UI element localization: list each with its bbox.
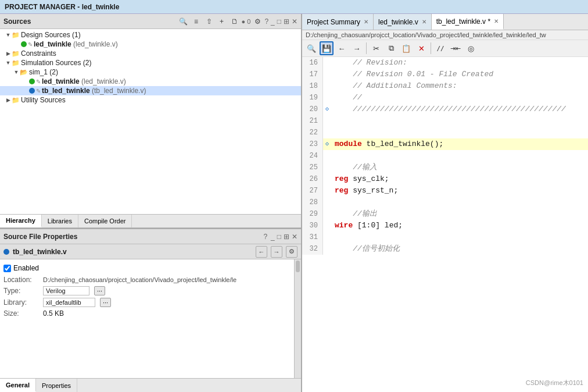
- ed-cut-btn[interactable]: ✂: [369, 41, 383, 55]
- code-line-17: 17 // Revision 0.01 - File Created: [302, 69, 588, 80]
- line-content-26: reg sys_clk;: [331, 173, 588, 185]
- sources-header: Sources 🔍 ≡ ⇧ + 🗋 ● 0 ⚙ ? _ □ ⊞ ✕: [0, 14, 301, 29]
- tree-utility-label: Utility Sources: [21, 96, 66, 104]
- tree-constraints-label: Constraints: [21, 49, 56, 58]
- code-line-16: 16 // Revision:: [302, 57, 588, 69]
- ed-forward-btn[interactable]: →: [350, 41, 364, 55]
- line-content-16: // Revision:: [331, 57, 588, 69]
- tree-utility-sources[interactable]: ▶ 📁 Utility Sources: [0, 95, 301, 105]
- ed-back-btn[interactable]: ←: [335, 41, 349, 55]
- line-content-17: // Revision 0.01 - File Created: [331, 69, 588, 80]
- properties-toolbar: ? _ □ ⊞ ✕: [263, 233, 297, 241]
- folder-sim1-icon: 📂: [20, 69, 28, 76]
- minimize-btn[interactable]: _: [271, 17, 275, 26]
- tab-ltv-label: led_twinkle.v: [378, 18, 418, 26]
- tab-general[interactable]: General: [0, 379, 36, 392]
- prop-minimize-btn[interactable]: _: [271, 233, 275, 241]
- add-source-btn[interactable]: +: [216, 16, 228, 27]
- line-num-18: 18: [302, 80, 323, 92]
- prop-restore-btn[interactable]: □: [277, 233, 281, 241]
- tree-constraints[interactable]: ▶ 📁 Constraints: [0, 49, 301, 58]
- tab-tb-led-twinkle-v[interactable]: tb_led_twinkle.v * ✕: [432, 14, 504, 30]
- prop-type-btn[interactable]: ···: [94, 286, 105, 295]
- tree-led-twinkle-sim[interactable]: ✎ led_twinkle (led_twinkle.v): [0, 77, 301, 86]
- prop-forward-btn[interactable]: →: [271, 246, 282, 258]
- tab-tb-close[interactable]: ✕: [494, 18, 499, 24]
- line-content-20: ////////////////////////////////////////…: [331, 104, 588, 115]
- prop-library-input[interactable]: [43, 298, 95, 307]
- ed-save-btn[interactable]: 💾: [320, 41, 334, 55]
- source-count: ● 0: [242, 18, 251, 25]
- line-content-28: [331, 197, 588, 208]
- prop-close-btn[interactable]: ✕: [292, 233, 297, 241]
- tab-ps-close[interactable]: ✕: [364, 19, 368, 25]
- code-line-27: 27 reg sys_rst_n;: [302, 185, 588, 197]
- prop-back-btn[interactable]: ←: [256, 246, 267, 258]
- prop-content: Enabled Location: D:/chenjing_chaosuan/p…: [0, 259, 294, 378]
- app-title: PROJECT MANAGER - led_twinkle: [5, 3, 119, 11]
- new-file-btn[interactable]: 🗋: [229, 16, 241, 27]
- tree-item-label-sim: led_twinkle: [42, 77, 80, 85]
- ed-comment-btn[interactable]: //: [433, 41, 447, 55]
- prop-settings-btn[interactable]: ⚙: [286, 246, 297, 258]
- status-circle-tb: [29, 88, 35, 94]
- ed-copy-btn[interactable]: ⧉: [384, 41, 398, 55]
- code-line-25: 25 //输入: [302, 162, 588, 173]
- line-marker-16: [323, 57, 331, 69]
- tree-design-sources[interactable]: ▼ 📁 Design Sources (1): [0, 30, 301, 40]
- restore-btn[interactable]: □: [277, 17, 281, 26]
- prop-help-btn[interactable]: ?: [263, 233, 267, 241]
- line-marker-25: [323, 162, 331, 173]
- line-num-25: 25: [302, 162, 323, 173]
- line-marker-29: [323, 208, 331, 220]
- sources-tree: ▼ 📁 Design Sources (1) ✎ led_twinkle (le…: [0, 29, 301, 214]
- tab-properties[interactable]: Properties: [36, 379, 77, 392]
- ed-sep1: [366, 42, 367, 54]
- ed-paste-btn[interactable]: 📋: [399, 41, 413, 55]
- properties-title: Source File Properties: [3, 233, 77, 241]
- code-line-28: 28: [302, 197, 588, 208]
- editor-tab-bar: Project Summary ✕ led_twinkle.v ✕ tb_led…: [302, 14, 588, 30]
- prop-type-input[interactable]: [43, 286, 89, 295]
- up-btn[interactable]: ⇧: [203, 16, 215, 27]
- maximize-btn[interactable]: ⊞: [284, 17, 289, 26]
- tab-compile-order[interactable]: Compile Order: [78, 215, 132, 227]
- ed-delete-btn[interactable]: ✕: [414, 41, 428, 55]
- line-num-32: 32: [302, 243, 323, 255]
- line-content-18: // Additional Comments:: [331, 80, 588, 92]
- prop-library-btn[interactable]: ···: [100, 298, 111, 307]
- expand-arrow: ▼: [5, 31, 12, 38]
- tab-ltv-close[interactable]: ✕: [422, 19, 426, 25]
- prop-maximize-btn[interactable]: ⊞: [284, 233, 289, 241]
- close-sources-btn[interactable]: ✕: [292, 17, 297, 26]
- tree-sim-sources[interactable]: ▼ 📁 Simulation Sources (2): [0, 58, 301, 67]
- tab-hierarchy[interactable]: Hierarchy: [0, 215, 42, 227]
- ed-indent-btn[interactable]: ⇥⇤: [449, 41, 462, 55]
- line-num-20: 20: [302, 104, 323, 115]
- sources-settings-btn[interactable]: ⚙: [252, 16, 263, 27]
- tab-libraries[interactable]: Libraries: [42, 215, 78, 227]
- expand-arrow-sim: ▼: [5, 59, 12, 66]
- enabled-checkbox[interactable]: [3, 265, 11, 272]
- help-btn[interactable]: ?: [264, 17, 268, 26]
- line-content-32: //信号初始化: [331, 243, 588, 255]
- prop-scrollbar[interactable]: [294, 259, 301, 378]
- ed-misc-btn[interactable]: ◎: [464, 41, 478, 55]
- prop-library-label: Library:: [3, 298, 38, 307]
- tab-project-summary[interactable]: Project Summary ✕: [302, 14, 374, 30]
- tree-tb-led-twinkle[interactable]: ✎ tb_led_twinkle (tb_led_twinkle.v): [0, 86, 301, 95]
- line-content-25: //输入: [331, 162, 588, 173]
- tree-sim1[interactable]: ▼ 📂 sim_1 (2): [0, 67, 301, 77]
- sources-title: Sources: [3, 17, 31, 26]
- collapse-btn[interactable]: ≡: [191, 16, 202, 27]
- folder-icon: 📁: [12, 31, 20, 39]
- tab-led-twinkle-v[interactable]: led_twinkle.v ✕: [374, 14, 432, 30]
- line-content-22: [331, 127, 588, 138]
- search-btn[interactable]: 🔍: [178, 16, 189, 27]
- enabled-label: Enabled: [13, 264, 39, 272]
- ed-search-btn[interactable]: 🔍: [304, 41, 318, 55]
- code-area[interactable]: 16 // Revision: 17 // Revision 0.01 - Fi…: [302, 57, 588, 392]
- tree-led-twinkle-design[interactable]: ✎ led_twinkle (led_twinkle.v): [0, 40, 301, 49]
- status-circle-green: [21, 41, 27, 47]
- tree-item-sublabel-sim: (led_twinkle.v): [80, 77, 126, 85]
